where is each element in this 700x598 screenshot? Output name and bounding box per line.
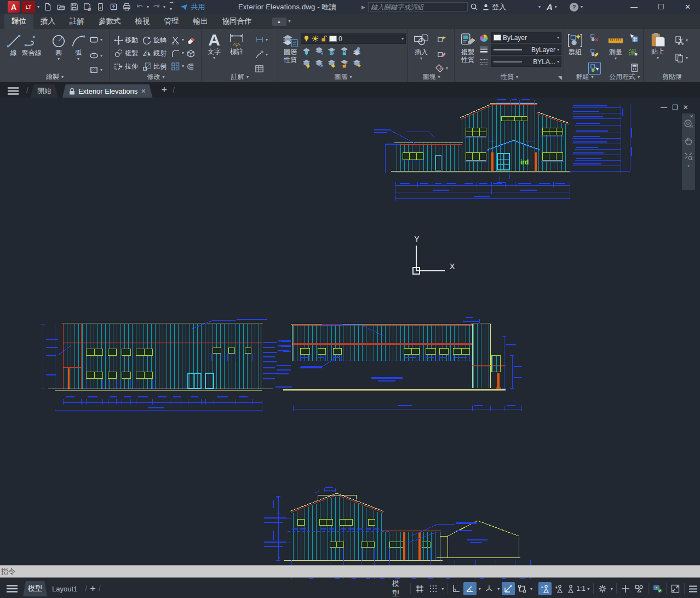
create-block-tool[interactable] (437, 35, 446, 44)
cut-tool[interactable]: ▾ (675, 36, 688, 45)
modelspace-label[interactable]: 模型 (392, 579, 406, 598)
close-button[interactable]: ✕ (675, 0, 700, 14)
grid-toggle[interactable] (413, 582, 426, 595)
navbar-close-icon[interactable]: ✕ (690, 114, 693, 119)
layer-dropdown-caret[interactable]: ▾ (401, 37, 404, 41)
doc-restore-button[interactable]: ❐ (672, 104, 678, 111)
ribbon-tab-insert[interactable]: 插入 (33, 14, 62, 29)
ortho-toggle[interactable] (450, 582, 463, 595)
clean-screen-button[interactable] (669, 582, 682, 595)
panel-label-modify[interactable]: 修改▾ (111, 72, 201, 82)
properties-dialog-launcher[interactable]: ◥ (558, 75, 562, 81)
panel-label-block[interactable]: 圖塊▾ (409, 72, 454, 82)
text-tool[interactable]: A 文字 ▾ (208, 32, 221, 60)
make-current-tool[interactable] (352, 47, 365, 59)
panel-label-properties[interactable]: 性質▾ (455, 72, 564, 82)
share-button[interactable]: 共用 (191, 2, 205, 12)
file-tabs-menu-icon[interactable] (8, 87, 19, 95)
minimize-button[interactable]: — (622, 0, 646, 14)
array-tool[interactable]: ▾ (171, 62, 186, 71)
scale-tool[interactable]: 比例 (142, 62, 171, 71)
panel-label-groups[interactable]: 群組▾ (565, 72, 605, 82)
panel-label-draw[interactable]: 繪製▾ (0, 72, 110, 82)
ribbon-tab-annotate[interactable]: 註解 (62, 14, 91, 29)
leader-tool[interactable]: ▾ (255, 50, 268, 59)
save-to-web-button[interactable] (107, 0, 119, 14)
snap-toggle[interactable] (427, 582, 440, 595)
graphics-performance-button[interactable] (651, 582, 664, 595)
explode-tool[interactable] (186, 49, 198, 58)
qat-customize-button[interactable]: ▔▾ (170, 3, 173, 12)
copy-clip-tool[interactable]: ▾ (675, 53, 688, 62)
color-wheel-icon[interactable] (479, 33, 489, 43)
signin-button[interactable]: 登入 (482, 0, 506, 14)
ellipse-tool[interactable]: ▾ (89, 51, 102, 60)
offset-tool[interactable] (186, 62, 198, 71)
match-properties-button[interactable]: 複製 性質 (458, 32, 478, 64)
line-tool[interactable]: 線 (5, 33, 22, 57)
linetype-dropdown[interactable]: BYLA... ▾ (491, 56, 561, 67)
settings-dropdown[interactable]: ▾ (610, 586, 615, 591)
layout1-tab[interactable]: Layout1 (47, 582, 82, 596)
layout-menu-icon[interactable] (7, 585, 18, 593)
lineweight-icon[interactable] (479, 45, 489, 55)
erase-tool[interactable] (186, 36, 198, 45)
navbar-more-caret[interactable]: ▾ (682, 164, 695, 168)
new-file-button[interactable] (42, 0, 54, 14)
polar-dropdown[interactable]: ▾ (477, 586, 482, 591)
share-icon[interactable] (177, 0, 190, 14)
copy-tool[interactable]: 複製 (114, 49, 142, 58)
layer-lock-tool[interactable] (340, 47, 352, 59)
save-as-button[interactable] (81, 0, 93, 14)
insert-block-button[interactable]: 插入 ▾ (413, 32, 429, 61)
object-snap-toggle[interactable] (515, 582, 529, 595)
trim-tool[interactable]: ▾ (171, 36, 186, 45)
doc-close-button[interactable]: ✕ (683, 104, 688, 111)
navigation-bar[interactable]: ✕ 2D ▾ (682, 113, 695, 190)
rectangle-tool[interactable]: ▾ (89, 35, 102, 44)
search-icon[interactable] (470, 3, 478, 11)
object-snap-tracking-toggle[interactable] (502, 582, 515, 595)
open-file-button[interactable] (55, 0, 67, 14)
panel-label-utilities[interactable]: 公用程式▾ (606, 72, 643, 82)
layer-isolate-tool[interactable] (314, 47, 327, 59)
circle-tool[interactable]: 圓 ▾ (50, 33, 67, 61)
mirror-tool[interactable]: 鏡射 (142, 49, 171, 58)
isolate-objects-button[interactable] (633, 582, 646, 595)
annotation-autoscale-toggle[interactable] (552, 582, 565, 595)
snap-dropdown[interactable]: ▾ (440, 586, 445, 591)
signin-dropdown[interactable]: ▾ (538, 0, 541, 14)
layer-unisolate-tool[interactable] (314, 59, 327, 72)
maximize-button[interactable]: ☐ (649, 0, 673, 14)
autodesk-app-button[interactable]: A▾ (547, 0, 557, 14)
edit-block-tool[interactable] (437, 49, 446, 59)
fillet-tool[interactable]: ▾ (171, 49, 186, 58)
linetype-icon[interactable] (479, 58, 489, 67)
quick-calculator-tool[interactable] (630, 63, 639, 72)
group-edit-tool[interactable] (590, 48, 599, 58)
polar-tracking-toggle[interactable] (463, 582, 477, 595)
layer-thaw-all-tool[interactable] (327, 59, 340, 72)
zoom-extents-button[interactable] (682, 152, 695, 161)
help-button[interactable]: ?▾ (570, 0, 583, 14)
annotation-visibility-toggle[interactable] (538, 582, 552, 595)
layer-freeze-tool[interactable] (327, 47, 340, 59)
layer-properties-button[interactable]: 圖層 性質 (281, 32, 300, 64)
panel-label-layers[interactable]: 圖層▾ (279, 72, 408, 82)
layer-dropdown[interactable]: 0 ▾ (301, 33, 406, 44)
group-button[interactable]: 群組 (567, 32, 583, 56)
undo-button[interactable] (134, 0, 146, 14)
dimension-tool[interactable]: 標註 (228, 32, 245, 56)
ungroup-tool[interactable] (590, 33, 599, 43)
save-button[interactable] (68, 0, 80, 14)
redo-dropdown[interactable]: ▾ (163, 5, 165, 9)
isodraft-toggle[interactable] (483, 582, 496, 595)
status-customize-button[interactable] (687, 582, 700, 595)
new-layout-button[interactable]: + (90, 583, 96, 595)
lineweight-dropdown[interactable]: ByLayer ▾ (491, 44, 561, 55)
undo-dropdown[interactable]: ▾ (147, 5, 149, 9)
ribbon-collapse-dropdown[interactable]: ▾ (289, 19, 291, 24)
panel-label-annotation[interactable]: 註解▾ (202, 72, 278, 82)
ribbon-tab-manage[interactable]: 管理 (157, 14, 186, 29)
plot-button[interactable] (121, 0, 133, 14)
